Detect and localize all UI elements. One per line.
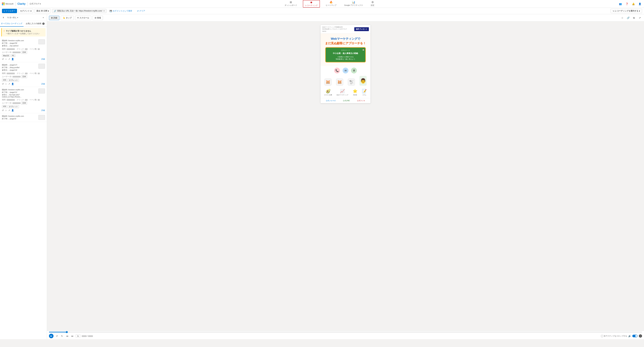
star-icon[interactable]: ☆ xyxy=(5,109,7,112)
url-filter-label: 閲覧済み URL 完全一致: https://freedom-mylife.co… xyxy=(57,10,102,12)
nav-item-analytics-label: Google アナリティクス xyxy=(344,4,363,6)
account-icon[interactable]: 👤 xyxy=(638,2,642,6)
site-categories: 🥑 オススメ記事 📈 Webマーケティング ⭐ 内向型 📝 xyxy=(320,87,370,98)
volume-button[interactable]: 🔊 xyxy=(628,335,631,337)
chevron-down-icon: ▾ xyxy=(40,3,41,5)
category-recommended: 🥑 オススメ記事 xyxy=(324,89,332,96)
analytics-icon: 📊 xyxy=(352,1,355,4)
star-icon[interactable]: ☆ xyxy=(5,58,7,60)
share-icon[interactable]: ↗ xyxy=(638,16,642,20)
filter-bar: ≡ フィルター セグメント ▾ 過去 30 日間 ▾ 🔗 閲覧済み URL 完全… xyxy=(0,8,644,14)
speed-selector[interactable]: 1x xyxy=(76,334,80,338)
webmarketing-icon: 📈 xyxy=(340,89,345,94)
character-dog: 🐩 xyxy=(348,78,355,86)
os-tag-2: iOS xyxy=(2,79,7,82)
chalkboard-subtitle2: Web集客を一緒に考えよう xyxy=(328,58,363,60)
view-scroll-button[interactable]: ✕ スクロール xyxy=(75,16,91,20)
link-icon[interactable]: 🔗 xyxy=(626,16,630,20)
tab-all-recordings[interactable]: すべてのレコーディング xyxy=(0,21,24,26)
favorite-button[interactable]: ☆ xyxy=(620,16,624,20)
column-icon: 📝 xyxy=(362,89,367,94)
share-icon[interactable]: ↗ xyxy=(8,109,10,112)
clear-button[interactable]: ↺ クリア xyxy=(135,9,147,13)
category-column: 📝 コラム xyxy=(362,89,367,96)
view-detail-button[interactable]: ⊞ 詳細 xyxy=(49,16,59,20)
nav-item-recording[interactable]: ⏺ レコーディング xyxy=(303,0,320,8)
duration-value-1 xyxy=(7,48,15,50)
chevron-down-icon: ▾ xyxy=(30,10,32,12)
recording-item-2[interactable]: 開始時: .../page/17/ 終了時: .../blog-profile/… xyxy=(0,62,47,87)
detail-link-1[interactable]: 詳細 xyxy=(41,58,45,60)
skip-back-5s-button[interactable]: ↺ xyxy=(55,334,59,338)
recording-summary-button[interactable]: ↪ レコーディングを要約する ▾ xyxy=(610,9,642,13)
date-range-button[interactable]: 過去 30 日間 ▾ xyxy=(34,9,51,13)
previous-recording-button[interactable]: ⏮ xyxy=(65,334,69,338)
url-icon: 🔗 xyxy=(54,10,56,12)
info-icon[interactable]: i xyxy=(42,22,44,25)
view-area-button[interactable]: ⊟ 領域 xyxy=(92,16,103,20)
user-info-row-1: ユーザー ID: 日本 xyxy=(2,51,45,54)
nav-item-heatmap[interactable]: 🔥 ヒートマップ xyxy=(324,0,338,8)
share-icon[interactable]: ↗ xyxy=(8,83,10,85)
share-icon[interactable]: ↗ xyxy=(8,58,10,60)
copy-icon[interactable]: ⧉ xyxy=(632,16,636,20)
nav-item-dashboard[interactable]: ⊞ ダッシュボード xyxy=(282,0,299,8)
notification-icon[interactable]: 🔔 xyxy=(631,2,636,6)
progress-thumb[interactable] xyxy=(66,331,68,333)
category-introvert: ⭐ 内向型 xyxy=(353,89,358,96)
share-icon[interactable]: 👥 xyxy=(618,2,622,6)
user-id-cell-3: ユーザー ID: xyxy=(2,102,20,104)
help-icon[interactable]: ❓ xyxy=(624,2,629,6)
playback-info-button[interactable]: i xyxy=(639,334,642,338)
toggle-switch[interactable] xyxy=(632,335,638,337)
progress-bar[interactable] xyxy=(49,332,642,332)
clicks-label-3: クリック: xyxy=(17,98,24,101)
user-id-label-2: ユーザー ID: xyxy=(2,76,12,78)
rec-meta-1: 期間: クリック: ページ数: xyxy=(2,48,45,50)
summary-label: レコーディングを要約する xyxy=(615,10,638,12)
detail-link-2[interactable]: 詳細 xyxy=(41,83,45,85)
save-segment-button[interactable]: 💾 セグメントとして保存 xyxy=(108,9,134,13)
user-icon[interactable]: 👤 xyxy=(11,83,14,85)
skip-inactive-checkbox[interactable] xyxy=(601,335,603,337)
device-screen: Webマーケティング情報配信局 内向型起業コンサルタント公式ブログ menu 無… xyxy=(320,25,370,103)
user-icon[interactable]: 👤 xyxy=(11,58,14,60)
person-icon: 👨 xyxy=(360,76,366,86)
pages-label-2: ページ数: xyxy=(30,72,37,74)
rec-duration-3: 期間: xyxy=(2,98,15,101)
view-toolbar: ⊞ 詳細 👆 タップ ✕ スクロール ⊟ 領域 ☆ 🔗 ⧉ ↗ xyxy=(47,14,644,22)
view-tap-button[interactable]: 👆 タップ xyxy=(61,16,74,20)
chevron-down-icon: ▾ xyxy=(48,10,49,12)
nav-center: ⊞ ダッシュボード ⏺ レコーディング 🔥 ヒートマップ 📊 Google アナ… xyxy=(42,0,617,8)
filter-button[interactable]: ≡ フィルター xyxy=(2,9,17,13)
warning-icon: ! xyxy=(4,30,4,32)
device-tag-3: タブレット xyxy=(8,105,19,108)
download-button[interactable]: ⬇ xyxy=(2,16,5,19)
star-icon[interactable]: ☆ xyxy=(5,83,7,85)
sort-button[interactable]: ⇅ 並べ替え ▾ xyxy=(6,16,19,19)
replay-icon[interactable]: ↺ xyxy=(2,109,4,112)
close-icon[interactable]: ✕ xyxy=(103,10,105,12)
next-recording-button[interactable]: ⏭ xyxy=(70,334,74,338)
replay-icon[interactable]: ↺ xyxy=(2,58,4,60)
nav-item-settings[interactable]: ⚙ 設定 xyxy=(369,0,376,8)
nav-item-google-analytics[interactable]: 📊 Google アナリティクス xyxy=(342,0,365,8)
tab-favorite-recordings[interactable]: お気に入りの録画 i xyxy=(24,21,47,26)
detail-link-3[interactable]: 詳細 xyxy=(41,109,45,112)
play-button[interactable]: ▶ xyxy=(49,334,54,338)
menu-label: menu xyxy=(322,30,347,32)
rec-clicks-3: クリック: xyxy=(17,98,28,101)
recording-item-4[interactable]: 開始時: freedom-mylife.com 終了時: .../page/3/ xyxy=(0,113,47,122)
replay-icon[interactable]: ↺ xyxy=(2,83,4,85)
chalkboard-title: 中小企業・個人事業主の戦略 xyxy=(328,52,363,55)
site-header: Webマーケティング情報配信局 内向型起業コンサルタント公式ブログ menu 無… xyxy=(320,25,370,34)
recording-item-1[interactable]: 開始時: freedom-mylife.com 終了時: .../page/29… xyxy=(0,38,47,62)
skip-forward-5s-button[interactable]: ↻ xyxy=(60,334,64,338)
time-separator: / xyxy=(87,335,88,337)
blog-link[interactable]: 公式ブログ ▾ xyxy=(30,2,41,5)
user-icon[interactable]: 👤 xyxy=(11,109,14,112)
rec-duration-1: 期間: xyxy=(2,48,15,50)
recording-item-3[interactable]: 開始時: freedom-mylife.com 終了時: .../page/11… xyxy=(0,87,47,113)
segment-button[interactable]: セグメント ▾ xyxy=(18,9,33,13)
collapse-panel-button[interactable]: « xyxy=(41,16,45,20)
